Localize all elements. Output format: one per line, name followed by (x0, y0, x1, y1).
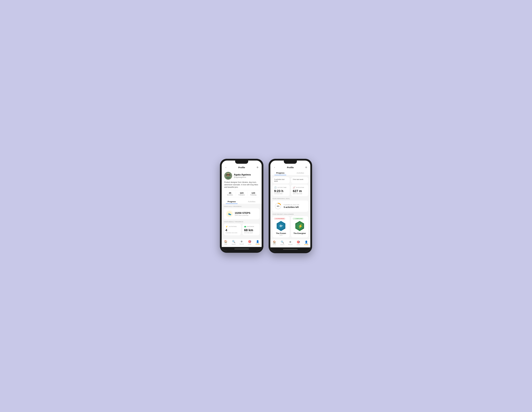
weekly-card-activities: ⚡ ACTIVITIES 4 3 activities last week (224, 224, 241, 235)
phone-2-header: ‹ Profile ⚙ (270, 164, 310, 170)
personal-goal-card: 16% 6 activities by June 11th 5 activiti… (272, 201, 308, 212)
elevation-label: ELEVATION (296, 187, 304, 188)
energizer-name: The Energizer (294, 232, 306, 234)
nav-search-2[interactable]: 🔍 Search (278, 240, 286, 245)
phone-1-tabs: Progress Activities (222, 199, 262, 204)
challenge-frozen[interactable]: ● IN PROGRESS ❄ ✦ (272, 216, 290, 238)
nav-profile[interactable]: 👤 Profile (254, 240, 262, 245)
top-stats-row: 3 activities last week 9 km last week (272, 177, 308, 183)
home-bar-1 (234, 249, 249, 249)
frozen-hex: ❄ ✦ (276, 221, 286, 231)
search-label-2: Search (280, 244, 285, 245)
activities-icon: ⚡ (225, 225, 228, 228)
metric-active-time: 🕐 ACTIVE TIME 9:23 h 5:38 last week (272, 184, 290, 196)
stat-following-value: 123 (247, 192, 259, 194)
back-button[interactable]: ‹ (224, 166, 228, 169)
back-button-2[interactable]: ‹ (273, 166, 276, 169)
goal-info: 6 activities by June 11th 5 activities l… (284, 204, 299, 208)
metrics-row: 🕐 ACTIVE TIME 9:23 h 5:38 last week 📈 EL… (272, 184, 308, 196)
nav-feed[interactable]: 🏠 Feed (222, 240, 230, 245)
nav-record-2[interactable]: ⏺ Record (286, 240, 294, 245)
nav-search[interactable]: 🔍 Search (230, 240, 238, 245)
nav-feed-2[interactable]: 🏠 Feed (270, 240, 278, 245)
feed-icon-2: 🏠 (273, 240, 276, 244)
metric-elevation-header: 📈 ELEVATION (293, 186, 307, 189)
svg-text:👟: 👟 (228, 212, 231, 215)
frozen-pct: 51% (279, 234, 282, 236)
weekly-card-distance: 🏔 DISTANCE 68 km 9 km last week (242, 224, 260, 235)
badge-completed-icon: ✓ (294, 218, 295, 219)
daily-section-label: YOUR DAILY PROGRESS (224, 206, 260, 207)
stat-followers-label: Followers (236, 194, 247, 196)
search-label: Search (232, 244, 236, 245)
profile-label: Profile (256, 244, 260, 245)
notch-2 (284, 161, 297, 164)
distance-sub: 9 km last week (244, 232, 258, 234)
phone-1-content: ‹ Profile ⚙ (222, 161, 262, 251)
search-icon-2: 🔍 (281, 240, 284, 244)
tab-activities-2[interactable]: Activities (290, 170, 310, 175)
steps-icon: 👟 (226, 210, 233, 217)
svg-text:⚡: ⚡ (298, 224, 303, 229)
phone-1-header: ‹ Profile ⚙ (222, 164, 262, 170)
weekly-section-label: YOUR WEEKLY PROGRESS (224, 221, 260, 222)
record-icon: ⏺ (240, 240, 243, 243)
stat-followers-value: 123 (236, 192, 247, 194)
active-time-label: ACTIVE TIME (277, 187, 286, 188)
goals-icon-2: 🎯 (297, 240, 300, 244)
top-stat-distance: 9 km last week (291, 177, 308, 183)
goals-label: Goals (248, 244, 251, 245)
tab-activities[interactable]: Activities (242, 199, 262, 204)
weekly-card-distance-header: 🏔 DISTANCE (244, 225, 258, 228)
nav-profile-2[interactable]: 👤 Profile (302, 240, 310, 245)
tab-progress-2[interactable]: Progress (270, 170, 290, 175)
phone-1: ‹ Profile ⚙ (220, 159, 263, 253)
stat-activities-value: 45 (224, 192, 236, 194)
goal-section-label: YOUR PERSONAL GOAL (272, 198, 308, 199)
nav-goals[interactable]: 🎯 Goals (246, 240, 254, 245)
phone-2: ‹ Profile ⚙ Progress Activities 3 activi… (269, 159, 312, 253)
goal-ring: 16% (274, 202, 282, 210)
nav-record[interactable]: ⏺ Record (238, 240, 246, 245)
energizer-hex: ⚡ (295, 221, 305, 231)
profile-name: Agata Ageieva (234, 173, 251, 176)
top-stat-activities-value: 3 activities last week (274, 178, 288, 182)
elevation-value: 627 m (293, 189, 307, 193)
profile-section: Agata Ageieva @agataageieva Product desi… (222, 170, 262, 199)
feed-icon: 🏠 (224, 240, 227, 243)
svg-text:✦: ✦ (282, 225, 283, 227)
profile-row: Agata Ageieva @agataageieva (224, 172, 259, 180)
record-label-2: Record (288, 244, 293, 245)
settings-icon-2[interactable]: ⚙ (304, 166, 308, 169)
home-indicator-2 (270, 247, 310, 251)
activities-sub: 3 activities last week (225, 232, 239, 234)
distance-label: DISTANCE (247, 226, 254, 227)
home-bar-2 (283, 249, 298, 250)
record-icon-2: ⏺ (289, 240, 292, 244)
challenges-section-label: YOUR RECENT CHALLENGES (272, 213, 308, 215)
tab-progress[interactable]: Progress (222, 199, 242, 204)
frozen-name: The Frozen (276, 232, 286, 234)
page-title-2: Profile (287, 166, 294, 169)
profile-icon: 👤 (256, 240, 259, 243)
profile-stats-row: 45 Activities 123 Followers 123 Followin… (224, 190, 259, 197)
stat-following: 123 Following (247, 192, 259, 196)
settings-icon[interactable]: ⚙ (256, 166, 259, 169)
steps-value: 10258 STEPS (235, 212, 250, 215)
progress-content-2: 3 activities last week 9 km last week 🕐 … (270, 175, 310, 239)
goals-icon: 🎯 (248, 240, 251, 243)
goals-label-2: Goals (296, 244, 300, 245)
nav-goals-2[interactable]: 🎯 Goals (294, 240, 302, 245)
active-time-sub: 5:38 last week (274, 193, 288, 194)
elevation-sub: 368 m last week (293, 193, 307, 194)
challenge-energizer[interactable]: ✓ COMPLETED ⚡ The Energizer (291, 216, 308, 238)
phone-2-tabs: Progress Activities (270, 170, 310, 175)
profile-icon-2: 👤 (305, 240, 308, 244)
badge-in-progress-label: IN PROGRESS (276, 218, 285, 219)
stat-followers: 123 Followers (236, 192, 247, 196)
stat-activities-label: Activities (224, 194, 236, 196)
weekly-card-activities-header: ⚡ ACTIVITIES (225, 225, 239, 228)
active-time-icon: 🕐 (274, 186, 276, 189)
page-title: Profile (238, 166, 245, 169)
profile-bio: Product designer from Ukraine, dog mum, … (224, 181, 259, 188)
